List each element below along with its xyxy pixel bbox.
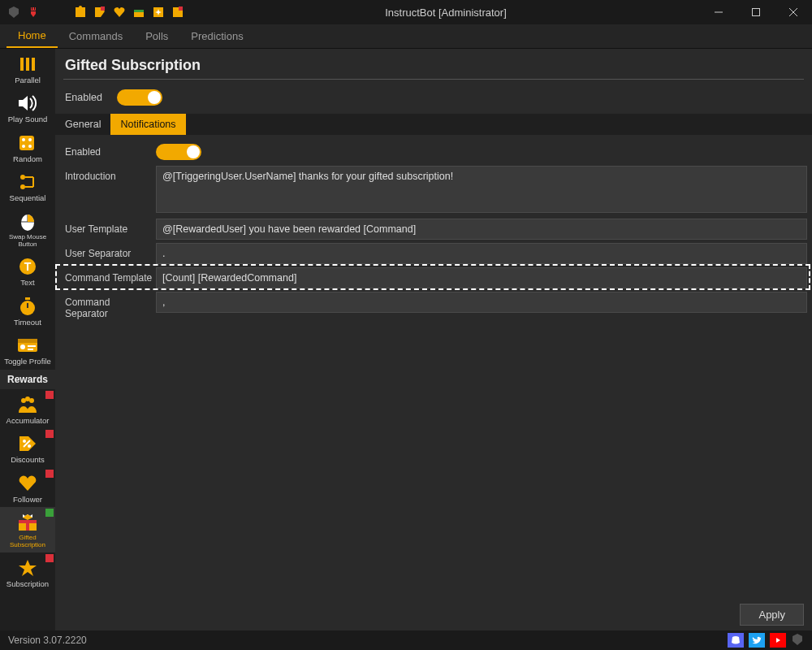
- sidebar-item-parallel[interactable]: Parallel: [0, 49, 55, 88]
- twitter-icon[interactable]: [749, 633, 765, 648]
- menu-home[interactable]: Home: [6, 24, 58, 48]
- sidebar-item-random[interactable]: Random: [0, 128, 55, 167]
- sidebar-item-follower[interactable]: Follower: [0, 468, 55, 507]
- svg-marker-50: [19, 560, 37, 576]
- svg-point-39: [25, 396, 30, 401]
- apply-button[interactable]: Apply: [740, 604, 804, 626]
- discount-icon: [15, 433, 40, 454]
- sidebar-item-accumulator[interactable]: Accumulator: [0, 389, 55, 428]
- sidebar-item-play-sound[interactable]: Play Sound: [0, 88, 55, 127]
- tab-notifications[interactable]: Notifications: [110, 114, 185, 135]
- user-separator-input[interactable]: [156, 243, 807, 264]
- svg-rect-33: [18, 339, 37, 343]
- title-bar: InstructBot [Administrator]: [0, 0, 812, 24]
- sidebar: Parallel Play Sound Random Sequential Sw…: [0, 49, 55, 630]
- sidebar-item-label: Follower: [13, 496, 42, 504]
- svg-rect-16: [26, 58, 29, 71]
- svg-rect-12: [753, 9, 760, 16]
- svg-text:T: T: [24, 260, 32, 273]
- sidebar-item-label: Play Sound: [8, 115, 48, 124]
- svg-rect-17: [32, 58, 35, 71]
- enabled-toggle[interactable]: [117, 89, 162, 106]
- dice-icon: [15, 132, 40, 154]
- svg-point-24: [20, 175, 25, 180]
- svg-point-2: [79, 6, 82, 9]
- svg-rect-19: [19, 136, 34, 150]
- tab-general[interactable]: General: [55, 114, 110, 135]
- close-button[interactable]: [775, 0, 812, 24]
- sidebar-item-swap-mouse[interactable]: Swap Mouse Button: [0, 206, 55, 252]
- badge-indicator: [45, 470, 54, 478]
- badge-indicator: [45, 509, 54, 517]
- app-icon: [6, 5, 21, 20]
- menu-predictions[interactable]: Predictions: [179, 25, 254, 47]
- badge-indicator: [45, 391, 54, 399]
- sidebar-item-subscription[interactable]: Subscription: [0, 552, 55, 592]
- command-template-input[interactable]: [156, 267, 807, 288]
- sidebar-item-discounts[interactable]: Discounts: [0, 428, 55, 467]
- svg-rect-35: [28, 345, 36, 347]
- sidebar-item-text[interactable]: T Text: [0, 251, 55, 290]
- sequential-icon: [15, 171, 40, 193]
- sidebar-item-toggle-profile[interactable]: Toggle Profile: [0, 330, 55, 369]
- star-small-icon[interactable]: [171, 5, 185, 20]
- sidebar-item-label: Toggle Profile: [4, 358, 51, 366]
- sidebar-item-gifted-subscription[interactable]: Gifted Subscription: [0, 507, 55, 552]
- plug-icon[interactable]: [26, 5, 41, 20]
- user-separator-label: User Separator: [60, 243, 156, 264]
- svg-point-25: [20, 184, 25, 189]
- svg-point-42: [28, 444, 31, 448]
- svg-rect-36: [28, 349, 33, 350]
- svg-rect-4: [101, 6, 105, 11]
- title-underline: [63, 79, 804, 80]
- page-title: Gifted Subscription: [55, 49, 812, 79]
- introduction-input[interactable]: [156, 166, 807, 213]
- status-bar: Version 3.07.2220: [0, 630, 812, 650]
- user-template-input[interactable]: [156, 219, 807, 240]
- sidebar-item-label: Text: [20, 279, 34, 287]
- title-bar-tool-icons: [67, 5, 192, 20]
- svg-marker-51: [776, 638, 780, 643]
- minimize-button[interactable]: [700, 0, 737, 24]
- puzzle-icon[interactable]: [73, 5, 88, 20]
- gift-icon: [15, 512, 40, 533]
- user-template-label: User Template: [60, 219, 156, 240]
- parallel-icon: [15, 54, 40, 75]
- svg-point-22: [22, 145, 25, 148]
- title-bar-left-icons: [0, 5, 47, 20]
- sidebar-item-sequential[interactable]: Sequential: [0, 167, 55, 206]
- youtube-icon[interactable]: [770, 633, 786, 648]
- gift-small-icon[interactable]: [132, 5, 146, 20]
- accumulator-icon: [15, 394, 40, 415]
- svg-point-41: [23, 440, 26, 443]
- window-title: InstructBot [Administrator]: [192, 6, 700, 19]
- sidebar-item-label: Discounts: [11, 456, 45, 464]
- status-right-icons: [728, 633, 804, 648]
- menu-commands[interactable]: Commands: [58, 25, 134, 47]
- notif-enabled-toggle[interactable]: [156, 144, 201, 160]
- sidebar-item-label: Sequential: [10, 194, 46, 202]
- app-icon-small[interactable]: [791, 633, 804, 648]
- sidebar-item-label: Parallel: [15, 76, 41, 84]
- command-template-label: Command Template: [60, 267, 156, 288]
- svg-rect-10: [179, 6, 183, 11]
- svg-rect-46: [26, 520, 29, 531]
- enabled-label: Enabled: [65, 92, 109, 103]
- svg-rect-15: [20, 58, 24, 71]
- heart-icon: [15, 473, 40, 494]
- discord-icon[interactable]: [728, 633, 744, 648]
- sidebar-item-timeout[interactable]: Timeout: [0, 291, 55, 330]
- menu-bar: Home Commands Polls Predictions: [0, 24, 812, 49]
- notifications-form: Enabled Introduction User Template User …: [55, 141, 812, 327]
- maximize-button[interactable]: [737, 0, 775, 24]
- sparkle-icon[interactable]: [151, 5, 166, 20]
- command-separator-input[interactable]: [156, 292, 807, 313]
- tag-icon[interactable]: [93, 5, 107, 20]
- version-label: Version 3.07.2220: [8, 635, 87, 646]
- sidebar-section-rewards: Rewards: [0, 370, 55, 389]
- svg-point-23: [28, 145, 32, 148]
- sidebar-section-label: Rewards: [7, 374, 48, 385]
- badge-indicator: [45, 554, 54, 562]
- heart-icon[interactable]: [112, 5, 127, 20]
- menu-polls[interactable]: Polls: [134, 25, 179, 47]
